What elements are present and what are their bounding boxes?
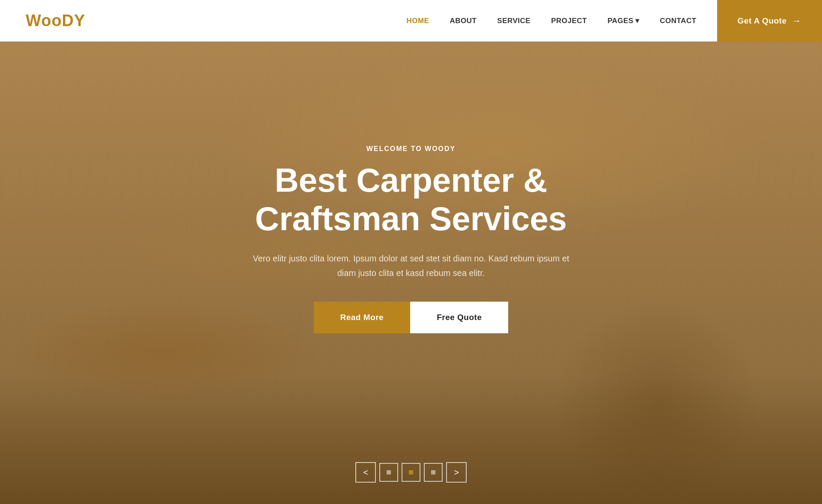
slider-controls: < >: [355, 462, 467, 483]
slider-prev-button[interactable]: <: [355, 462, 376, 483]
dot-indicator-2: [409, 470, 413, 474]
nav-item-service[interactable]: SERVICE: [497, 17, 530, 25]
nav-item-home[interactable]: HOME: [406, 17, 429, 25]
nav-item-pages[interactable]: PAGES ▾: [608, 16, 639, 25]
navbar: WooDY HOME ABOUT SERVICE PROJECT PAGES ▾: [0, 0, 822, 42]
nav-item-project[interactable]: PROJECT: [551, 17, 587, 25]
free-quote-button[interactable]: Free Quote: [410, 302, 508, 333]
nav-item-contact[interactable]: CONTACT: [660, 17, 696, 25]
read-more-button[interactable]: Read More: [314, 302, 411, 333]
brand-name: WooDY: [26, 12, 85, 30]
hero-buttons: Read More Free Quote: [314, 302, 509, 333]
nav-item-about[interactable]: ABOUT: [450, 17, 477, 25]
slider-dot-3[interactable]: [424, 463, 443, 482]
hero-section: WooDY HOME ABOUT SERVICE PROJECT PAGES ▾: [0, 0, 822, 504]
slider-dot-1[interactable]: [379, 463, 398, 482]
nav-menu: HOME ABOUT SERVICE PROJECT PAGES ▾ CONTA…: [111, 16, 696, 25]
arrow-icon: →: [792, 15, 802, 27]
hero-subtitle: WELCOME TO WOODY: [366, 145, 456, 153]
brand-logo[interactable]: WooDY: [0, 12, 111, 30]
hero-title: Best Carpenter & Craftsman Services: [240, 161, 582, 238]
dot-indicator-1: [387, 470, 391, 474]
chevron-down-icon: ▾: [635, 16, 640, 25]
slider-next-button[interactable]: >: [446, 462, 467, 483]
dot-indicator-3: [431, 470, 435, 474]
slider-dot-2[interactable]: [402, 463, 420, 482]
hero-content: WELCOME TO WOODY Best Carpenter & Crafts…: [0, 0, 822, 504]
get-quote-button[interactable]: Get A Quote →: [717, 0, 822, 42]
hero-description: Vero elitr justo clita lorem. Ipsum dolo…: [244, 251, 578, 280]
